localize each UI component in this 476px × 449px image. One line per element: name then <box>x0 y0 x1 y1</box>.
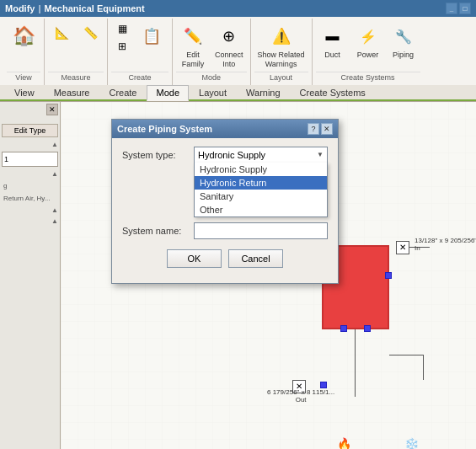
duct-icon: ▬ <box>319 23 346 50</box>
section-label-return: Return Air, Hy... <box>2 194 58 203</box>
title-separator: | <box>38 3 40 13</box>
ribbon-group-create: ▦ ⊞ 📋 Create <box>108 19 173 85</box>
collapse-arrow-3: ▲ <box>51 206 58 214</box>
ribbon-tabs: View Measure Create Mode Layout Warning … <box>0 85 476 101</box>
app-title-part1: Modify <box>5 3 35 13</box>
measure-btn1[interactable]: 📐 <box>48 20 75 45</box>
dialog-buttons: OK Cancel <box>122 246 328 275</box>
edit-family-label: EditFamily <box>182 51 205 69</box>
panel-input[interactable] <box>2 152 58 167</box>
panel-close-button[interactable]: ✕ <box>46 104 58 115</box>
dialog-body: System type: Hydronic Supply ▼ Hydronic … <box>112 138 338 283</box>
create-btn2[interactable]: ⊞ <box>111 38 133 55</box>
ribbon-group-layout: ⚠️ Show RelatedWarnings Layout <box>251 19 313 85</box>
edit-family-button[interactable]: ✏️ EditFamily <box>176 20 210 72</box>
ribbon-group-mode: ✏️ EditFamily ⊕ ConnectInto Mode <box>173 19 251 85</box>
tab-create-systems[interactable]: Create Systems <box>291 85 375 99</box>
create-group-label: Create <box>111 72 168 83</box>
create-icon1: ▦ <box>115 23 130 35</box>
system-name-control <box>194 222 328 239</box>
dialog-title: Create Piping System <box>117 124 212 134</box>
create-icon2: ⊞ <box>115 40 130 52</box>
tab-warning[interactable]: Warning <box>237 85 290 99</box>
ok-button[interactable]: OK <box>167 249 222 268</box>
edit-type-label: Edit Type <box>14 126 45 135</box>
dialog-close-button[interactable]: ✕ <box>321 123 333 135</box>
left-panel: ✕ Edit Type ▲ ▲ g Return Air, Hy... ▲ ▲ <box>0 102 61 449</box>
piping-button[interactable]: 🔧 Piping <box>387 20 420 62</box>
dropdown-item-sanitary[interactable]: Sanitary <box>195 190 327 203</box>
dialog-titlebar: Create Piping System ? ✕ <box>112 120 338 138</box>
measure-group-label: Measure <box>48 72 104 83</box>
cancel-button[interactable]: Cancel <box>228 249 283 268</box>
view-icon: 🏠 <box>10 23 37 50</box>
collapse-btn-3[interactable]: ▲ <box>2 206 58 214</box>
system-name-label: System name: <box>122 226 194 236</box>
system-name-row: System name: <box>122 222 328 239</box>
system-type-value: Hydronic Supply <box>198 150 265 160</box>
dropdown-item-other[interactable]: Other <box>195 203 327 216</box>
tab-mode[interactable]: Mode <box>147 85 189 101</box>
collapse-arrow-4: ▲ <box>51 217 58 225</box>
duct-label: Duct <box>324 51 340 60</box>
create-piping-system-dialog: Create Piping System ? ✕ System type: Hy… <box>111 119 339 284</box>
connect-into-icon: ⊕ <box>216 23 243 50</box>
minimize-icon[interactable]: _ <box>446 3 457 14</box>
collapse-btn-2[interactable]: ▲ <box>2 170 58 178</box>
system-type-label: System type: <box>122 150 194 160</box>
ribbon-group-view: 🏠 View <box>3 19 45 85</box>
edit-type-button[interactable]: Edit Type <box>2 124 58 137</box>
power-label: Power <box>357 51 379 60</box>
view-group-label: View <box>7 72 40 83</box>
app-title-part2: Mechanical Equipment <box>45 3 145 13</box>
main-area: ✕ Edit Type ▲ ▲ g Return Air, Hy... ▲ ▲ <box>0 102 476 449</box>
ribbon-tools: 🏠 View 📐 📏 Measure ▦ <box>0 17 476 85</box>
layout-group-label: Layout <box>254 72 308 83</box>
show-related-label: Show RelatedWarnings <box>258 51 305 69</box>
collapse-arrow-2: ▲ <box>51 170 58 178</box>
create-systems-group-label: Create Systems <box>316 72 420 83</box>
collapse-btn-4[interactable]: ▲ <box>2 217 58 225</box>
dropdown-item-hydronic-supply[interactable]: Hydronic Supply <box>195 163 327 176</box>
connect-into-label: ConnectInto <box>215 51 243 69</box>
ribbon-group-create-systems: ▬ Duct ⚡ Power 🔧 Piping Create Systems <box>313 19 424 85</box>
piping-icon: 🔧 <box>390 23 417 50</box>
system-type-select[interactable]: Hydronic Supply ▼ <box>194 147 328 163</box>
tab-view[interactable]: View <box>5 85 44 99</box>
create-icon3: 📋 <box>138 23 165 50</box>
section-label-g: g <box>2 181 58 190</box>
measure-icon1: 📐 <box>51 23 72 43</box>
edit-family-icon: ✏️ <box>179 23 206 50</box>
canvas-area: ✕ 13/128" x 9 205/256" In ✕ 6 179/256" x… <box>61 102 476 449</box>
ribbon-title-bar: Modify | Mechanical Equipment _ □ <box>0 0 476 17</box>
system-name-input[interactable] <box>194 222 328 239</box>
tab-create[interactable]: Create <box>99 85 146 99</box>
measure-icon2: 📏 <box>80 23 100 43</box>
system-type-dropdown: Hydronic Supply Hydronic Return Sanitary… <box>194 163 328 217</box>
collapse-btn-1[interactable]: ▲ <box>2 141 58 148</box>
power-icon: ⚡ <box>355 23 382 50</box>
restore-icon[interactable]: □ <box>459 3 471 14</box>
tab-layout[interactable]: Layout <box>190 85 236 99</box>
dialog-help-button[interactable]: ? <box>308 123 319 135</box>
piping-label: Piping <box>393 51 414 60</box>
power-button[interactable]: ⚡ Power <box>351 20 385 62</box>
system-type-control: Hydronic Supply ▼ Hydronic Supply Hydron… <box>194 147 328 163</box>
dialog-overlay: Create Piping System ? ✕ System type: Hy… <box>61 102 476 449</box>
mode-group-label: Mode <box>176 72 247 83</box>
dropdown-item-hydronic-return[interactable]: Hydronic Return <box>195 176 327 190</box>
system-type-row: System type: Hydronic Supply ▼ Hydronic … <box>122 147 328 163</box>
collapse-arrow-1: ▲ <box>51 141 58 148</box>
measure-btn2[interactable]: 📏 <box>77 20 104 45</box>
view-button[interactable]: 🏠 <box>7 20 40 52</box>
show-related-warnings-button[interactable]: ⚠️ Show RelatedWarnings <box>254 20 308 72</box>
tab-measure[interactable]: Measure <box>45 85 99 99</box>
connect-into-button[interactable]: ⊕ ConnectInto <box>211 20 247 72</box>
duct-button[interactable]: ▬ Duct <box>316 20 350 62</box>
dialog-titlebar-buttons: ? ✕ <box>308 123 333 135</box>
create-btn1[interactable]: ▦ <box>111 20 133 37</box>
show-related-icon: ⚠️ <box>268 23 295 50</box>
dropdown-arrow-icon: ▼ <box>317 151 324 158</box>
create-btn3[interactable]: 📋 <box>135 20 168 52</box>
ribbon-group-measure: 📐 📏 Measure <box>45 19 108 85</box>
